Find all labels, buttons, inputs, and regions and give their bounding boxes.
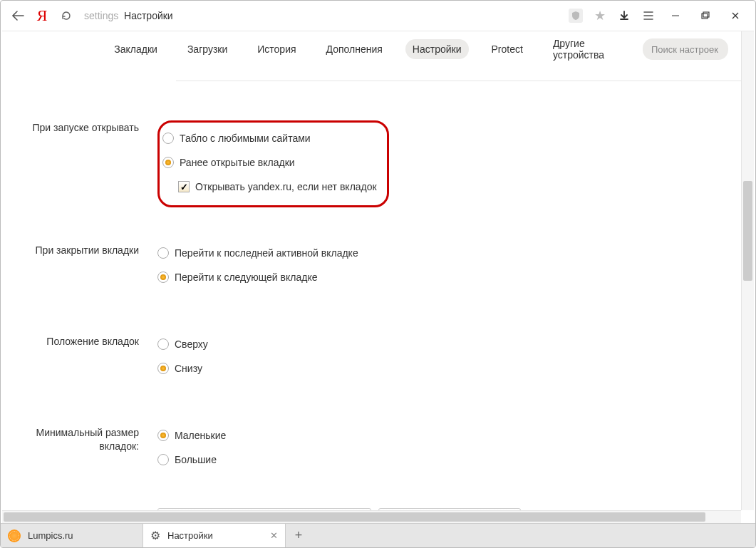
back-button[interactable] [6,6,29,26]
checkbox-open-yandex[interactable] [178,181,190,192]
tab-title: Lumpics.ru [28,530,73,541]
browser-tab-lumpics[interactable]: Lumpics.ru [1,524,143,547]
horizontal-scrollbar[interactable] [2,510,741,523]
section-label-tabsize: Минимальный размер вкладок: [2,425,157,474]
nav-history[interactable]: История [250,39,303,59]
checkbox-label: Открывать yandex.ru, если нет вкладок [195,181,377,192]
browser-toolbar: Я settings Настройки ★ [1,1,755,31]
svg-rect-1 [703,12,709,17]
radio-label: Большие [175,454,217,465]
nav-other-devices[interactable]: Другие устройства [546,33,611,65]
new-tab-button[interactable]: + [286,524,311,547]
radio-tabsize-big[interactable] [157,454,169,465]
radio-label: Сверху [175,338,208,350]
tab-strip: Lumpics.ru ⚙ Настройки ✕ + [1,523,755,547]
svg-rect-0 [702,14,708,19]
settings-page: Закладки Загрузки История Дополнения Нас… [2,31,741,510]
radio-label: Перейти к следующей вкладке [175,272,317,283]
startup-highlight: Табло с любимыми сайтами Ранее открытые … [157,120,389,207]
radio-label: Табло с любимыми сайтами [180,133,311,144]
section-label-onclose: При закрытии вкладки [2,243,157,291]
radio-onclose-last-active[interactable] [157,247,169,259]
nav-downloads[interactable]: Загрузки [180,39,234,59]
section-label-startup: При запуске открывать [2,120,157,207]
gear-icon: ⚙ [150,529,160,542]
radio-label: Снизу [175,363,202,374]
nav-settings[interactable]: Настройки [405,39,469,59]
menu-icon[interactable] [637,6,660,26]
radio-tabsize-small[interactable] [157,430,169,441]
nav-addons[interactable]: Дополнения [319,39,390,59]
radio-onclose-next[interactable] [157,272,169,283]
browser-tab-settings[interactable]: ⚙ Настройки ✕ [143,524,286,547]
nav-bookmarks[interactable]: Закладки [107,39,165,59]
window-close-button[interactable] [721,6,750,26]
radio-tabpos-top[interactable] [157,338,169,350]
url-title: Настройки [124,10,173,21]
protect-icon[interactable] [564,6,587,26]
radio-startup-tablo[interactable] [162,133,174,144]
radio-startup-previous[interactable] [162,157,174,168]
radio-label: Перейти к последней активной вкладке [175,247,358,259]
window-maximize-button[interactable] [691,6,720,26]
settings-nav: Закладки Загрузки История Дополнения Нас… [2,31,741,67]
bookmark-star-icon[interactable]: ★ [589,6,611,26]
url-prefix: settings [84,10,118,21]
vertical-scrollbar[interactable] [741,31,754,510]
favicon-icon [8,529,21,542]
settings-search-input[interactable] [643,38,728,60]
downloads-icon[interactable] [613,6,636,26]
nav-protect[interactable]: Protect [485,39,530,59]
address-bar[interactable]: settings Настройки [79,6,563,26]
reload-button[interactable] [55,6,78,26]
tab-title: Настройки [167,530,213,541]
section-label-tabpos: Положение вкладок [2,334,157,383]
radio-label: Маленькие [175,430,226,441]
radio-tabpos-bottom[interactable] [157,363,169,374]
tab-close-icon[interactable]: ✕ [270,530,278,541]
radio-label: Ранее открытые вкладки [180,157,295,168]
yandex-logo[interactable]: Я [31,6,53,26]
window-minimize-button[interactable] [661,6,690,26]
